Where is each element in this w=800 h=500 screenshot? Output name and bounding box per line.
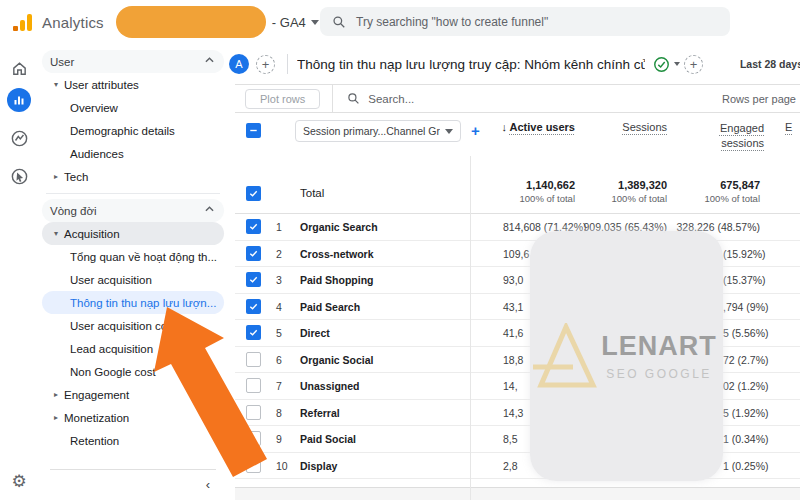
row-checkbox[interactable] (246, 246, 261, 261)
total-engaged-sessions: 675,847100% of total (705, 179, 760, 204)
sidebar-item-demographic-details[interactable]: Demographic details (42, 119, 224, 142)
row-checkbox[interactable] (246, 299, 261, 314)
sidebar-item-user-acquisition[interactable]: User acquisition (42, 268, 224, 291)
engaged-sessions-value: 5 (5.56%) (723, 327, 769, 339)
chevron-expanded-icon[interactable]: ▾ (50, 229, 62, 238)
sidebar-section-label: Vòng đời (50, 205, 97, 217)
channel-name: Direct (300, 327, 330, 339)
sidebar-item-non-google-cost[interactable]: Non Google cost (42, 360, 224, 383)
chevron-collapsed-icon[interactable]: ▸ (50, 172, 62, 181)
sidebar-item-v-ng-i[interactable]: Vòng đời (42, 199, 224, 222)
row-checkbox[interactable] (246, 352, 261, 367)
sidebar-item-label: Monetization (64, 412, 129, 424)
explore-icon[interactable] (7, 126, 31, 150)
channel-name: Organic Social (300, 354, 374, 366)
global-search-placeholder: Try searching "how to create funnel" (356, 15, 548, 29)
sidebar-item-user[interactable]: User (42, 50, 224, 73)
engaged-sessions-value: 02 (1.2%) (723, 380, 769, 392)
sidebar-item-label: Tổng quan về hoạt động th... (70, 251, 217, 263)
sidebar-item-audiences[interactable]: Audiences (42, 142, 224, 165)
row-rank: 9 (276, 433, 282, 445)
chevron-collapsed-icon[interactable]: ▸ (50, 390, 62, 399)
lenart-logo-icon (533, 323, 597, 395)
row-rank: 2 (276, 248, 282, 260)
row-rank: 10 (276, 460, 288, 472)
active-users-value: 43,1 (503, 301, 523, 313)
row-rank: 3 (276, 274, 282, 286)
engaged-sessions-value: 1 (0.25%) (723, 460, 769, 472)
total-active-users: 1,140,662100% of total (520, 179, 575, 204)
reports-icon[interactable] (7, 88, 31, 112)
property-caret-icon[interactable] (311, 20, 319, 25)
sidebar-item-label: Audiences (70, 148, 124, 160)
topbar: Analytics - GA4 Try searching "how to cr… (0, 0, 800, 44)
row-checkbox[interactable] (246, 405, 261, 420)
row-checkbox[interactable] (246, 272, 261, 287)
sidebar-section-label: User (50, 56, 74, 68)
engaged-sessions-value: 72 (2.7%) (723, 354, 769, 366)
row-checkbox[interactable] (246, 219, 261, 234)
watermark-brand: LENART (596, 331, 722, 362)
sidebar-item-monetization[interactable]: ▸Monetization (42, 406, 224, 429)
watermark-subtitle: SEO GOOGLE (596, 367, 722, 381)
report-saved-check-icon[interactable] (653, 56, 670, 73)
sidebar-item-th-ng-tin-thu-n-p-l-u-l-n[interactable]: Thông tin thu nạp lưu lượn... (42, 291, 224, 314)
home-icon[interactable] (7, 56, 31, 80)
dimension-selector[interactable]: Session primary...Channel Group) (295, 120, 461, 142)
sidebar-item-label: User acquisition (70, 274, 152, 286)
horizontal-scrollbar[interactable] (235, 487, 800, 500)
sidebar-item-t-ng-quan-v-ho-t-ng-th[interactable]: Tổng quan về hoạt động th... (42, 245, 224, 268)
row-checkbox[interactable] (246, 431, 261, 446)
row-checkbox[interactable] (246, 458, 261, 473)
admin-gear-icon[interactable]: ⚙ (11, 471, 26, 492)
rows-per-page-label[interactable]: Rows per page (722, 93, 796, 105)
sidebar-item-engagement[interactable]: ▸Engagement (42, 383, 224, 406)
logo-bar-tall (27, 14, 32, 31)
chevron-expanded-icon[interactable]: ▾ (50, 80, 62, 89)
sidebar-item-tech[interactable]: ▸Tech (42, 165, 224, 188)
row-rank: 1 (276, 221, 282, 233)
table-toolbar: Plot rows Search... Rows per page (235, 85, 800, 113)
column-header-cutoff[interactable]: E (785, 121, 792, 133)
add-dimension-icon[interactable]: + (471, 122, 480, 139)
header-divider (287, 54, 288, 74)
report-options-caret-icon[interactable] (674, 62, 680, 66)
row-rank: 6 (276, 354, 282, 366)
property-label[interactable]: - GA4 (272, 15, 306, 30)
channel-name: Unassigned (300, 380, 360, 392)
sidebar-item-label: Demographic details (70, 125, 175, 137)
engaged-sessions-value: 1 (0.34%) (723, 433, 769, 445)
column-header-engaged-sessions[interactable]: Engaged sessions (702, 121, 764, 151)
active-users-value: 2,8 (503, 460, 518, 472)
advertising-icon[interactable] (7, 164, 31, 188)
account-name-redaction (116, 6, 266, 38)
column-header-active-users[interactable]: ↓ Active users (501, 121, 575, 133)
sidebar-item-user-attributes[interactable]: ▾User attributes (42, 73, 224, 96)
sidebar-item-acquisition[interactable]: ▾Acquisition (42, 222, 224, 245)
customize-report-icon[interactable]: + (684, 55, 703, 74)
active-users-value: 18,8 (503, 354, 523, 366)
table-search-input[interactable]: Search... (347, 92, 414, 105)
sidebar-item-retention[interactable]: Retention (42, 429, 224, 452)
sidebar-item-label: Acquisition (64, 228, 120, 240)
plot-rows-button[interactable]: Plot rows (245, 89, 320, 109)
sidebar-item-label: Tech (64, 171, 88, 183)
row-checkbox[interactable] (246, 378, 261, 393)
active-users-value: 8,5 (503, 433, 518, 445)
column-header-sessions[interactable]: Sessions (622, 121, 667, 133)
avatar[interactable]: A (229, 54, 249, 74)
chevron-collapsed-icon[interactable]: ▸ (50, 413, 62, 422)
row-checkbox[interactable] (246, 325, 261, 340)
engaged-sessions-value: (15.37%) (723, 274, 766, 286)
sidebar-item-overview[interactable]: Overview (42, 96, 224, 119)
add-comparison-icon[interactable]: + (256, 55, 275, 74)
date-range-selector[interactable]: Last 28 days (740, 58, 800, 70)
total-checkbox[interactable] (246, 186, 261, 201)
select-all-checkbox[interactable] (246, 123, 261, 138)
logo-bar-short (20, 20, 25, 31)
analytics-logo-icon[interactable] (13, 13, 32, 31)
global-search-input[interactable]: Try searching "how to create funnel" (320, 7, 730, 36)
sidebar-item-lead-acquisition[interactable]: Lead acquisition (42, 337, 224, 360)
collapse-sidebar-icon[interactable]: ‹ (206, 477, 210, 492)
sidebar-item-user-acquisition-cohorts[interactable]: User acquisition cohorts (42, 314, 224, 337)
